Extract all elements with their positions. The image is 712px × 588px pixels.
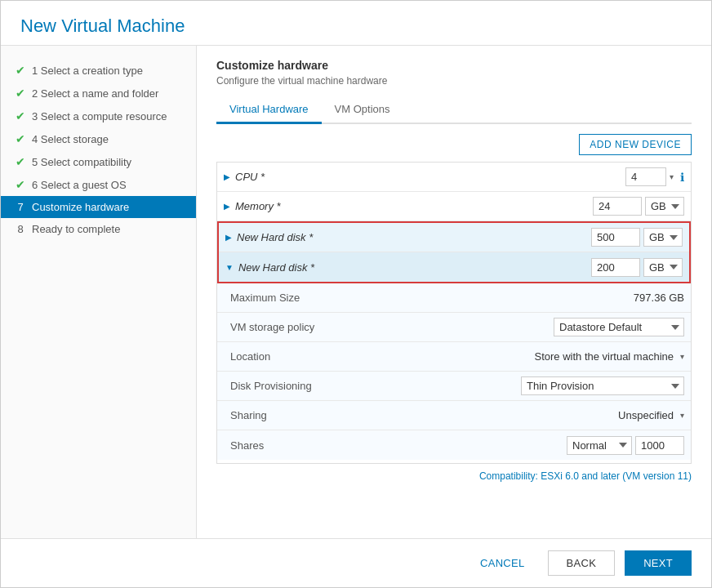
dialog-footer: CANCEL BACK NEXT: [1, 538, 711, 587]
cpu-expand-arrow[interactable]: ▶: [224, 172, 230, 181]
hard-disk-1-input[interactable]: [591, 228, 640, 247]
max-size-row: Maximum Size 797.36 GB: [217, 283, 691, 313]
main-content: Customize hardware Configure the virtual…: [197, 46, 711, 538]
location-text: Store with the virtual machine: [534, 350, 674, 363]
max-size-label: Maximum Size: [230, 292, 634, 304]
cpu-info-icon[interactable]: ℹ: [680, 171, 684, 184]
memory-row: ▶ Memory * GB MB: [217, 192, 691, 221]
shares-value: Normal Low High Custom: [567, 436, 684, 455]
cpu-input[interactable]: [625, 167, 666, 186]
check-icon: ✔: [14, 132, 27, 145]
hard-disk-2-label: New Hard disk *: [238, 261, 591, 274]
memory-unit-select[interactable]: GB MB: [645, 197, 684, 216]
location-label: Location: [230, 350, 534, 363]
shares-label: Shares: [230, 439, 567, 452]
cpu-unit-arrow: ▾: [670, 172, 674, 181]
vm-storage-policy-row: VM storage policy Datastore Default: [217, 313, 691, 342]
location-dropdown-icon[interactable]: ▾: [680, 352, 684, 361]
sidebar-item-6[interactable]: ✔ 6 Select a guest OS: [1, 173, 196, 196]
cancel-button[interactable]: CANCEL: [467, 551, 538, 575]
location-value: Store with the virtual machine ▾: [534, 350, 684, 363]
sidebar-item-label: Customize hardware: [32, 201, 129, 213]
check-icon: ✔: [14, 155, 27, 168]
vm-storage-policy-label: VM storage policy: [230, 321, 554, 333]
hard-disk-1-value: GB MB TB: [591, 228, 683, 247]
next-button[interactable]: NEXT: [625, 550, 692, 576]
dialog-body: ✔ 1 Select a creation type ✔ 2 Select a …: [1, 46, 711, 538]
add-new-device-button[interactable]: ADD NEW DEVICE: [579, 134, 692, 155]
step-icon: 7: [14, 201, 27, 213]
vm-storage-policy-select[interactable]: Datastore Default: [554, 318, 684, 336]
dialog-title: New Virtual Machine: [20, 16, 692, 37]
check-icon: ✔: [14, 64, 27, 77]
sidebar-item-2[interactable]: ✔ 2 Select a name and folder: [1, 82, 196, 105]
sharing-label: Sharing: [230, 409, 618, 421]
memory-expand-arrow[interactable]: ▶: [224, 202, 230, 211]
tab-virtual-hardware[interactable]: Virtual Hardware: [216, 96, 322, 124]
hard-disk-1-label: New Hard disk *: [237, 231, 591, 243]
sharing-value: Unspecified ▾: [618, 409, 684, 421]
cpu-label: CPU *: [235, 171, 625, 183]
memory-value: GB MB: [593, 197, 684, 216]
sidebar-item-label: 6 Select a guest OS: [32, 179, 127, 191]
sidebar-item-label: 2 Select a name and folder: [32, 87, 158, 100]
sidebar-item-label: 1 Select a creation type: [32, 65, 143, 77]
back-button[interactable]: BACK: [548, 550, 616, 576]
location-row: Location Store with the virtual machine …: [217, 342, 691, 372]
toolbar: ADD NEW DEVICE: [216, 134, 692, 155]
hard-disk-1-expand-arrow[interactable]: ▶: [225, 233, 232, 242]
memory-label: Memory *: [235, 200, 593, 212]
check-icon: ✔: [14, 87, 27, 100]
sidebar-item-3[interactable]: ✔ 3 Select a compute resource: [1, 105, 196, 127]
sidebar-item-1[interactable]: ✔ 1 Select a creation type: [1, 59, 196, 82]
hard-disk-2-input[interactable]: [591, 258, 640, 277]
compatibility-bar: Compatibility: ESXi 6.0 and later (VM ve…: [216, 464, 692, 488]
cpu-value: ▾: [625, 167, 674, 186]
disk-provisioning-label: Disk Provisioning: [230, 380, 521, 392]
shares-input[interactable]: [635, 436, 684, 455]
memory-input[interactable]: [593, 197, 642, 216]
tab-vm-options[interactable]: VM Options: [322, 96, 403, 124]
shares-row: Shares Normal Low High Custom: [217, 430, 691, 460]
section-subtitle: Configure the virtual machine hardware: [216, 75, 692, 87]
sharing-text: Unspecified: [618, 409, 674, 421]
sidebar-item-7[interactable]: 7 Customize hardware: [1, 196, 196, 218]
sharing-dropdown-icon[interactable]: ▾: [680, 411, 684, 420]
disk-provisioning-row: Disk Provisioning Thin Provision Thick P…: [217, 372, 691, 401]
shares-level-select[interactable]: Normal Low High Custom: [567, 436, 632, 455]
sidebar-item-4[interactable]: ✔ 4 Select storage: [1, 127, 196, 150]
sidebar-item-label: 4 Select storage: [32, 133, 109, 145]
cpu-row: ▶ CPU * ▾ ℹ: [217, 163, 691, 192]
new-vm-dialog: New Virtual Machine ✔ 1 Select a creatio…: [0, 0, 712, 588]
vm-storage-policy-value: Datastore Default: [554, 318, 684, 336]
sidebar-item-5[interactable]: ✔ 5 Select compatibility: [1, 150, 196, 173]
step-icon: 8: [14, 223, 27, 235]
sidebar-item-8[interactable]: 8 Ready to complete: [1, 218, 196, 240]
sidebar: ✔ 1 Select a creation type ✔ 2 Select a …: [1, 46, 197, 538]
sidebar-item-label: Ready to complete: [32, 223, 120, 235]
disk-provisioning-select[interactable]: Thin Provision Thick Provision Lazy Zero…: [521, 376, 684, 395]
hard-disk-2-unit-select[interactable]: GB MB TB: [643, 258, 683, 277]
max-size-value: 797.36 GB: [634, 292, 684, 304]
sharing-row: Sharing Unspecified ▾: [217, 401, 691, 430]
section-title: Customize hardware: [216, 59, 692, 72]
sidebar-item-label: 3 Select a compute resource: [32, 110, 167, 122]
tabs: Virtual Hardware VM Options: [216, 96, 692, 124]
hard-disk-2-row: ▼ New Hard disk * GB MB TB: [219, 252, 689, 282]
hard-disk-1-unit-select[interactable]: GB MB TB: [643, 228, 683, 247]
hard-disk-2-expand-arrow[interactable]: ▼: [225, 263, 234, 272]
hard-disk-1-row: ▶ New Hard disk * GB MB TB: [219, 223, 689, 252]
check-icon: ✔: [14, 178, 27, 191]
hardware-table: ▶ CPU * ▾ ℹ ▶ Memory * GB: [216, 162, 692, 464]
check-icon: ✔: [14, 109, 27, 122]
hard-disk-highlight-border: ▶ New Hard disk * GB MB TB: [217, 221, 691, 283]
disk-provisioning-value: Thin Provision Thick Provision Lazy Zero…: [521, 376, 684, 395]
dialog-header: New Virtual Machine: [1, 1, 711, 46]
sidebar-item-label: 5 Select compatibility: [32, 156, 131, 168]
compatibility-text: Compatibility: ESXi 6.0 and later (VM ve…: [479, 470, 692, 482]
hard-disk-2-value: GB MB TB: [591, 258, 683, 277]
